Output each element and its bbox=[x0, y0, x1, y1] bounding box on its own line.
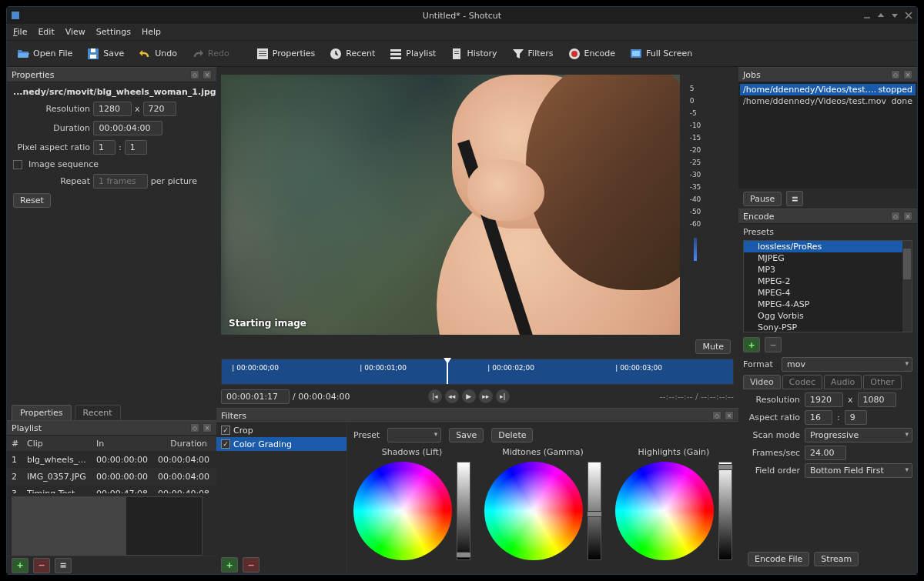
stream-button[interactable]: Stream bbox=[814, 552, 859, 566]
filter-remove-button[interactable]: − bbox=[243, 557, 259, 573]
preset-item[interactable]: lossless/ProRes bbox=[744, 241, 912, 252]
menu-file[interactable]: File bbox=[13, 27, 27, 37]
mute-button[interactable]: Mute bbox=[695, 339, 731, 354]
res-height-field[interactable]: 720 bbox=[143, 102, 176, 116]
menu-view[interactable]: View bbox=[65, 27, 85, 37]
enc-height[interactable]: 1080 bbox=[858, 392, 896, 407]
play-button[interactable]: ▶ bbox=[462, 389, 476, 403]
close-icon[interactable] bbox=[905, 12, 912, 19]
field-combo[interactable]: Bottom Field First bbox=[805, 463, 912, 478]
preset-item[interactable]: MP3 bbox=[744, 264, 912, 275]
enc-width[interactable]: 1920 bbox=[805, 392, 843, 407]
fullscreen-toggle[interactable]: Full Screen bbox=[624, 45, 697, 63]
shadows-wheel[interactable] bbox=[353, 462, 452, 560]
preset-add-button[interactable]: + bbox=[743, 337, 760, 352]
job-row[interactable]: /home/ddennedy/Videos/test.movstopped bbox=[740, 84, 916, 95]
preset-item[interactable]: Ogg Vorbis bbox=[744, 310, 912, 322]
minimize-icon[interactable] bbox=[863, 12, 871, 19]
par-b-field[interactable]: 1 bbox=[125, 140, 147, 155]
preset-item[interactable]: MJPEG bbox=[744, 252, 912, 264]
enc-aspect-b[interactable]: 9 bbox=[845, 410, 867, 425]
par-a-field[interactable]: 1 bbox=[93, 140, 116, 155]
filter-item[interactable]: ✓Color Grading bbox=[216, 437, 346, 451]
playlist-row[interactable]: 1blg_wheels_...00:00:00:0000:00:04:00 bbox=[7, 451, 216, 468]
enc-aspect-a[interactable]: 16 bbox=[805, 410, 832, 425]
tab-other[interactable]: Other bbox=[863, 375, 901, 389]
menu-help[interactable]: Help bbox=[142, 27, 161, 37]
filter-item[interactable]: ✓Crop bbox=[216, 423, 346, 437]
preset-item[interactable]: Sony-PSP bbox=[744, 322, 912, 332]
res-width-field[interactable]: 1280 bbox=[93, 102, 132, 116]
reset-button[interactable]: Reset bbox=[13, 193, 51, 208]
playhead[interactable] bbox=[447, 359, 448, 384]
playlist-menu-button[interactable]: ≡ bbox=[55, 558, 72, 573]
video-preview[interactable]: Starting image bbox=[221, 75, 680, 335]
encode-file-button[interactable]: Encode File bbox=[748, 552, 809, 566]
panel-close-icon[interactable]: × bbox=[725, 411, 734, 420]
preset-combo[interactable] bbox=[387, 428, 441, 442]
shadows-slider[interactable] bbox=[457, 462, 470, 560]
fps-field[interactable]: 24.00 bbox=[805, 446, 846, 460]
menu-edit[interactable]: Edit bbox=[38, 27, 54, 37]
panel-float-icon[interactable]: ◇ bbox=[891, 70, 900, 79]
preset-remove-button[interactable]: − bbox=[765, 337, 782, 352]
jobs-pause-button[interactable]: Pause bbox=[743, 192, 782, 206]
preset-scrollbar[interactable] bbox=[902, 241, 912, 332]
tab-properties[interactable]: Properties bbox=[12, 405, 72, 420]
repeat-field[interactable]: 1 frames bbox=[93, 174, 148, 189]
duration-field[interactable]: 00:00:04:00 bbox=[93, 121, 162, 135]
midtones-slider[interactable] bbox=[588, 462, 601, 560]
image-sequence-checkbox[interactable] bbox=[13, 160, 22, 169]
playlist-row[interactable]: 2IMG_0357.JPG00:00:00:0000:00:04:00 bbox=[7, 468, 216, 485]
scan-combo[interactable]: Progressive bbox=[805, 428, 912, 442]
history-toggle[interactable]: History bbox=[445, 45, 501, 63]
panel-close-icon[interactable]: × bbox=[903, 70, 912, 79]
panel-float-icon[interactable]: ◇ bbox=[712, 411, 721, 420]
current-time[interactable]: 00:00:01:17 bbox=[221, 389, 290, 404]
preset-item[interactable]: MPEG-2 bbox=[744, 275, 912, 287]
forward-button[interactable]: ▸▸ bbox=[479, 389, 493, 403]
jobs-menu-button[interactable]: ≡ bbox=[786, 191, 803, 206]
playlist-scrollbar[interactable] bbox=[12, 496, 203, 556]
skip-start-button[interactable]: |◂ bbox=[428, 389, 442, 403]
open-file-button[interactable]: Open File bbox=[12, 45, 77, 63]
recent-toggle[interactable]: Recent bbox=[324, 45, 380, 63]
preset-item[interactable]: MPEG-4-ASP bbox=[744, 299, 912, 310]
redo-button[interactable]: Redo bbox=[186, 45, 234, 63]
maximize-up-icon[interactable] bbox=[891, 12, 899, 19]
timeline[interactable]: | 00:00:00;00| 00:00:01;00| 00:00:02;00|… bbox=[221, 359, 734, 385]
panel-float-icon[interactable]: ◇ bbox=[190, 423, 199, 432]
highlights-slider[interactable] bbox=[718, 462, 732, 560]
preset-list[interactable]: lossless/ProResMJPEGMP3MPEG-2MPEG-4MPEG-… bbox=[743, 240, 912, 332]
preset-delete-button[interactable]: Delete bbox=[491, 428, 533, 442]
menu-settings[interactable]: Settings bbox=[96, 27, 131, 37]
panel-float-icon[interactable]: ◇ bbox=[891, 212, 900, 221]
tab-video[interactable]: Video bbox=[743, 375, 781, 389]
filters-toggle[interactable]: Filters bbox=[507, 45, 558, 63]
playlist-add-button[interactable]: + bbox=[12, 558, 28, 573]
preset-save-button[interactable]: Save bbox=[449, 428, 484, 442]
preset-item[interactable]: MPEG-4 bbox=[744, 287, 912, 299]
highlights-wheel[interactable] bbox=[615, 462, 714, 560]
panel-close-icon[interactable]: × bbox=[203, 70, 212, 79]
tab-codec[interactable]: Codec bbox=[782, 375, 822, 389]
undo-button[interactable]: Undo bbox=[133, 45, 182, 63]
midtones-wheel[interactable] bbox=[484, 462, 583, 560]
playlist-toggle[interactable]: Playlist bbox=[384, 45, 440, 63]
tab-recent[interactable]: Recent bbox=[75, 405, 121, 420]
properties-toggle[interactable]: Properties bbox=[251, 45, 320, 63]
playlist-remove-button[interactable]: − bbox=[33, 558, 50, 573]
tab-audio[interactable]: Audio bbox=[824, 375, 862, 389]
filter-add-button[interactable]: + bbox=[221, 557, 238, 573]
panel-close-icon[interactable]: × bbox=[203, 423, 212, 432]
maximize-down-icon[interactable] bbox=[877, 12, 885, 19]
format-combo[interactable]: mov bbox=[782, 357, 912, 372]
panel-close-icon[interactable]: × bbox=[903, 212, 912, 221]
job-row[interactable]: /home/ddennedy/Videos/test.movdone bbox=[740, 95, 916, 107]
panel-float-icon[interactable]: ◇ bbox=[190, 70, 199, 79]
skip-end-button[interactable]: ▸| bbox=[496, 389, 510, 403]
save-button[interactable]: Save bbox=[82, 45, 129, 63]
playlist-row[interactable]: 3Timing Testsl...00:00:47:0800:00:40:08 bbox=[7, 485, 216, 493]
encode-toggle[interactable]: Encode bbox=[563, 45, 620, 63]
rewind-button[interactable]: ◂◂ bbox=[445, 389, 459, 403]
